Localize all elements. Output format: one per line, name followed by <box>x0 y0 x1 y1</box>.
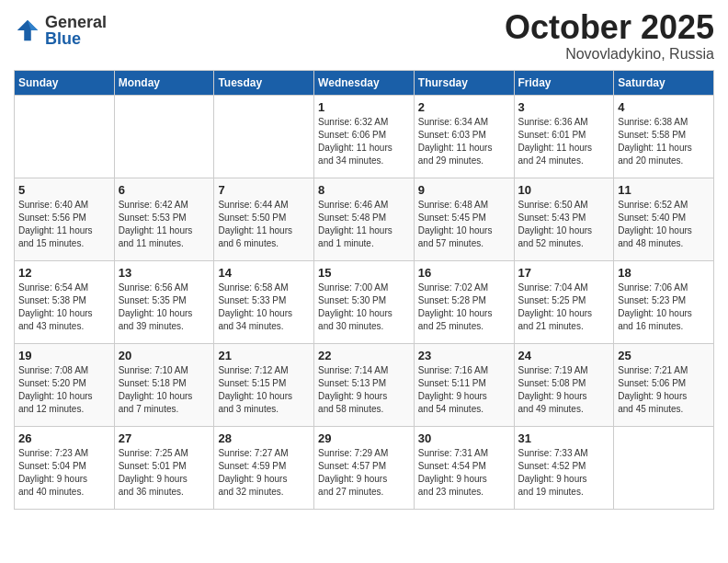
day-info: Sunrise: 6:50 AMSunset: 5:43 PMDaylight:… <box>518 199 610 250</box>
calendar-cell: 13Sunrise: 6:56 AMSunset: 5:35 PMDayligh… <box>114 260 214 343</box>
calendar-cell: 18Sunrise: 7:06 AMSunset: 5:23 PMDayligh… <box>614 260 714 343</box>
day-number: 28 <box>218 431 310 445</box>
logo: General Blue <box>14 14 107 47</box>
logo-icon <box>14 17 41 44</box>
day-info: Sunrise: 7:04 AMSunset: 5:25 PMDaylight:… <box>518 282 610 333</box>
day-info: Sunrise: 6:46 AMSunset: 5:48 PMDaylight:… <box>318 199 410 250</box>
day-info: Sunrise: 7:10 AMSunset: 5:18 PMDaylight:… <box>119 364 210 416</box>
day-info: Sunrise: 7:16 AMSunset: 5:11 PMDaylight:… <box>418 364 510 416</box>
calendar-cell: 14Sunrise: 6:58 AMSunset: 5:33 PMDayligh… <box>214 260 314 343</box>
day-number: 22 <box>318 349 410 362</box>
day-number: 14 <box>218 266 310 280</box>
day-number: 13 <box>119 266 210 280</box>
logo-blue-text: Blue <box>45 30 107 47</box>
day-number: 12 <box>18 266 110 280</box>
day-info: Sunrise: 6:44 AMSunset: 5:50 PMDaylight:… <box>218 199 310 250</box>
day-number: 5 <box>18 183 110 197</box>
weekday-header-row: SundayMondayTuesdayWednesdayThursdayFrid… <box>15 70 714 95</box>
calendar-table: SundayMondayTuesdayWednesdayThursdayFrid… <box>14 70 714 510</box>
calendar-week-row: 26Sunrise: 7:23 AMSunset: 5:04 PMDayligh… <box>15 426 714 509</box>
calendar-week-row: 12Sunrise: 6:54 AMSunset: 5:38 PMDayligh… <box>15 260 714 343</box>
calendar-cell: 26Sunrise: 7:23 AMSunset: 5:04 PMDayligh… <box>15 426 115 509</box>
weekday-header-wednesday: Wednesday <box>314 70 415 95</box>
day-number: 30 <box>418 431 510 445</box>
calendar-cell: 25Sunrise: 7:21 AMSunset: 5:06 PMDayligh… <box>614 343 714 426</box>
month-title: October 2025 <box>505 9 714 46</box>
day-number: 15 <box>318 266 410 280</box>
day-number: 23 <box>418 349 510 362</box>
calendar-cell: 19Sunrise: 7:08 AMSunset: 5:20 PMDayligh… <box>15 343 115 426</box>
calendar-week-row: 19Sunrise: 7:08 AMSunset: 5:20 PMDayligh… <box>15 343 714 426</box>
calendar-cell: 29Sunrise: 7:29 AMSunset: 4:57 PMDayligh… <box>314 426 415 509</box>
calendar-cell: 16Sunrise: 7:02 AMSunset: 5:28 PMDayligh… <box>414 260 514 343</box>
logo-text: General Blue <box>45 14 107 47</box>
day-number: 24 <box>518 349 610 362</box>
day-number: 9 <box>418 183 510 197</box>
day-info: Sunrise: 6:40 AMSunset: 5:56 PMDaylight:… <box>18 199 110 250</box>
weekday-header-saturday: Saturday <box>614 70 714 95</box>
calendar-week-row: 5Sunrise: 6:40 AMSunset: 5:56 PMDaylight… <box>15 178 714 260</box>
day-number: 21 <box>218 349 310 362</box>
page-container: General Blue October 2025 Novovladykino,… <box>0 0 728 523</box>
day-number: 31 <box>518 431 610 445</box>
day-info: Sunrise: 6:32 AMSunset: 6:06 PMDaylight:… <box>318 116 410 167</box>
calendar-cell: 8Sunrise: 6:46 AMSunset: 5:48 PMDaylight… <box>314 178 415 260</box>
day-info: Sunrise: 7:29 AMSunset: 4:57 PMDaylight:… <box>318 447 410 499</box>
calendar-cell: 2Sunrise: 6:34 AMSunset: 6:03 PMDaylight… <box>414 95 514 178</box>
day-info: Sunrise: 7:19 AMSunset: 5:08 PMDaylight:… <box>518 364 610 416</box>
day-number: 6 <box>119 183 210 197</box>
day-info: Sunrise: 7:00 AMSunset: 5:30 PMDaylight:… <box>318 282 410 333</box>
day-info: Sunrise: 7:33 AMSunset: 4:52 PMDaylight:… <box>518 447 610 499</box>
calendar-cell: 6Sunrise: 6:42 AMSunset: 5:53 PMDaylight… <box>114 178 214 260</box>
calendar-cell: 15Sunrise: 7:00 AMSunset: 5:30 PMDayligh… <box>314 260 415 343</box>
day-info: Sunrise: 6:56 AMSunset: 5:35 PMDaylight:… <box>119 282 210 333</box>
day-info: Sunrise: 7:25 AMSunset: 5:01 PMDaylight:… <box>119 447 210 499</box>
weekday-header-monday: Monday <box>114 70 214 95</box>
calendar-cell: 4Sunrise: 6:38 AMSunset: 5:58 PMDaylight… <box>614 95 714 178</box>
calendar-cell: 20Sunrise: 7:10 AMSunset: 5:18 PMDayligh… <box>114 343 214 426</box>
day-number: 2 <box>418 100 510 114</box>
calendar-cell: 23Sunrise: 7:16 AMSunset: 5:11 PMDayligh… <box>414 343 514 426</box>
calendar-week-row: 1Sunrise: 6:32 AMSunset: 6:06 PMDaylight… <box>15 95 714 178</box>
calendar-cell: 30Sunrise: 7:31 AMSunset: 4:54 PMDayligh… <box>414 426 514 509</box>
calendar-cell: 10Sunrise: 6:50 AMSunset: 5:43 PMDayligh… <box>514 178 614 260</box>
calendar-cell: 1Sunrise: 6:32 AMSunset: 6:06 PMDaylight… <box>314 95 415 178</box>
calendar-cell <box>114 95 214 178</box>
day-info: Sunrise: 6:38 AMSunset: 5:58 PMDaylight:… <box>618 116 710 167</box>
day-number: 8 <box>318 183 410 197</box>
calendar-cell: 12Sunrise: 6:54 AMSunset: 5:38 PMDayligh… <box>15 260 115 343</box>
day-number: 27 <box>119 431 210 445</box>
day-info: Sunrise: 6:58 AMSunset: 5:33 PMDaylight:… <box>218 282 310 333</box>
calendar-cell: 7Sunrise: 6:44 AMSunset: 5:50 PMDaylight… <box>214 178 314 260</box>
day-info: Sunrise: 7:21 AMSunset: 5:06 PMDaylight:… <box>618 364 710 416</box>
calendar-cell <box>214 95 314 178</box>
calendar-cell: 17Sunrise: 7:04 AMSunset: 5:25 PMDayligh… <box>514 260 614 343</box>
day-info: Sunrise: 6:54 AMSunset: 5:38 PMDaylight:… <box>18 282 110 333</box>
header-area: General Blue October 2025 Novovladykino,… <box>14 9 714 63</box>
calendar-cell: 27Sunrise: 7:25 AMSunset: 5:01 PMDayligh… <box>114 426 214 509</box>
day-info: Sunrise: 6:48 AMSunset: 5:45 PMDaylight:… <box>418 199 510 250</box>
day-number: 17 <box>518 266 610 280</box>
day-number: 18 <box>618 266 710 280</box>
calendar-cell: 28Sunrise: 7:27 AMSunset: 4:59 PMDayligh… <box>214 426 314 509</box>
calendar-cell <box>614 426 714 509</box>
logo-general-text: General <box>45 14 107 30</box>
weekday-header-friday: Friday <box>514 70 614 95</box>
day-info: Sunrise: 6:42 AMSunset: 5:53 PMDaylight:… <box>119 199 210 250</box>
day-info: Sunrise: 7:27 AMSunset: 4:59 PMDaylight:… <box>218 447 310 499</box>
calendar-cell: 21Sunrise: 7:12 AMSunset: 5:15 PMDayligh… <box>214 343 314 426</box>
day-number: 16 <box>418 266 510 280</box>
day-number: 4 <box>618 100 710 114</box>
day-info: Sunrise: 6:52 AMSunset: 5:40 PMDaylight:… <box>618 199 710 250</box>
weekday-header-sunday: Sunday <box>15 70 115 95</box>
day-number: 19 <box>18 349 110 362</box>
day-number: 20 <box>119 349 210 362</box>
day-info: Sunrise: 6:36 AMSunset: 6:01 PMDaylight:… <box>518 116 610 167</box>
day-info: Sunrise: 7:12 AMSunset: 5:15 PMDaylight:… <box>218 364 310 416</box>
calendar-cell: 11Sunrise: 6:52 AMSunset: 5:40 PMDayligh… <box>614 178 714 260</box>
day-number: 7 <box>218 183 310 197</box>
day-info: Sunrise: 7:08 AMSunset: 5:20 PMDaylight:… <box>18 364 110 416</box>
day-info: Sunrise: 7:31 AMSunset: 4:54 PMDaylight:… <box>418 447 510 499</box>
day-number: 29 <box>318 431 410 445</box>
weekday-header-tuesday: Tuesday <box>214 70 314 95</box>
